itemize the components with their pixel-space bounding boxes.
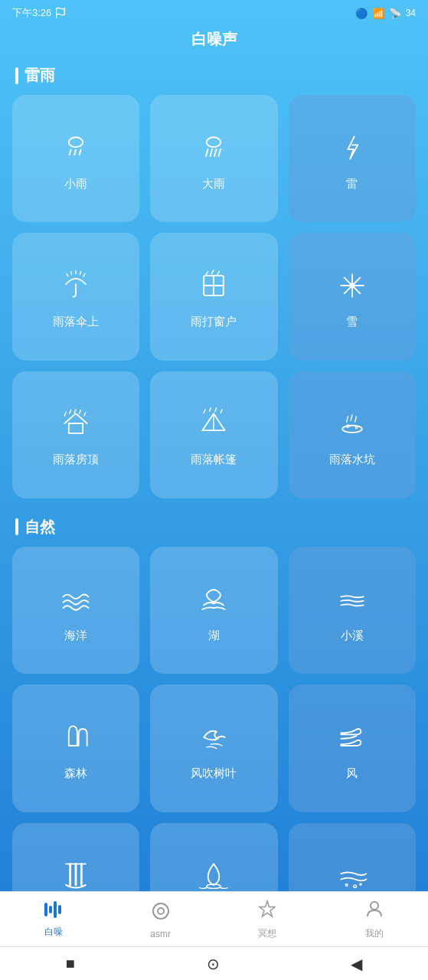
svg-line-7 bbox=[211, 149, 213, 155]
status-icons: 🔵 📶 📡 34 bbox=[355, 8, 416, 19]
svg-point-5 bbox=[207, 137, 221, 147]
svg-line-8 bbox=[214, 149, 217, 155]
thunder-icon bbox=[335, 131, 369, 169]
svg-point-39 bbox=[342, 426, 362, 433]
svg-line-15 bbox=[83, 273, 85, 276]
android-back-btn[interactable]: ◀ bbox=[351, 955, 362, 973]
sound-card-rain-window[interactable]: 雨打窗户 bbox=[150, 233, 277, 360]
nav-label-white-noise: 白噪 bbox=[44, 926, 63, 939]
sound-card-rain-roof[interactable]: 雨落房顶 bbox=[12, 371, 139, 498]
svg-line-38 bbox=[221, 410, 223, 413]
svg-line-19 bbox=[206, 272, 208, 276]
rain-puddle-icon bbox=[335, 407, 369, 445]
sound-card-thunder[interactable]: 雷 bbox=[289, 95, 416, 222]
nav-item-meditation[interactable]: 冥想 bbox=[244, 900, 290, 940]
sound-card-umbrella-rain[interactable]: 雨落伞上 bbox=[12, 233, 139, 360]
sound-label-rain-puddle: 雨落水坑 bbox=[329, 452, 375, 467]
bottom-nav: 白噪 asmr 冥想 我的 bbox=[0, 891, 428, 946]
svg-line-40 bbox=[346, 416, 348, 422]
svg-line-28 bbox=[64, 413, 66, 416]
section-label-thunder: 雷雨 bbox=[25, 65, 55, 86]
svg-line-3 bbox=[74, 149, 76, 154]
svg-line-20 bbox=[212, 270, 214, 274]
time-label: 下午3:26 bbox=[12, 6, 51, 20]
svg-marker-58 bbox=[260, 901, 275, 916]
umbrella-rain-icon bbox=[59, 269, 93, 307]
sound-card-wind-leaves[interactable]: 风吹树叶 bbox=[150, 684, 277, 812]
svg-line-21 bbox=[217, 272, 220, 276]
sound-card-forest[interactable]: 森林 bbox=[12, 684, 139, 812]
circle-dot-icon bbox=[151, 901, 171, 926]
rain-roof-icon bbox=[59, 407, 93, 445]
sound-card-heavy-rain[interactable]: 大雨 bbox=[150, 95, 277, 222]
star-icon bbox=[257, 900, 277, 924]
section-bar bbox=[15, 67, 18, 84]
svg-line-31 bbox=[80, 410, 81, 414]
svg-line-4 bbox=[80, 149, 81, 154]
sound-label-heavy-rain: 大雨 bbox=[202, 177, 225, 191]
sound-card-snow[interactable]: 雪 bbox=[289, 233, 416, 360]
thunder-grid: 小雨 大雨 雷 bbox=[0, 95, 428, 511]
android-nav-bar: ■ ⊙ ◀ bbox=[0, 946, 428, 980]
section-bar-nature bbox=[15, 518, 18, 535]
rain-window-icon bbox=[197, 269, 230, 307]
nav-label-asmr: asmr bbox=[150, 929, 171, 939]
svg-rect-55 bbox=[58, 905, 61, 914]
sound-label-light-rain: 小雨 bbox=[64, 177, 87, 191]
signal-icon: 📶 bbox=[372, 8, 384, 19]
bars-icon bbox=[44, 901, 64, 923]
nav-label-meditation: 冥想 bbox=[258, 927, 276, 940]
wind-icon bbox=[335, 720, 369, 759]
svg-line-2 bbox=[70, 149, 71, 154]
sound-card-lake[interactable]: 湖 bbox=[150, 547, 277, 674]
sound-label-snow: 雪 bbox=[346, 315, 358, 329]
svg-line-36 bbox=[210, 408, 211, 412]
svg-line-30 bbox=[74, 410, 76, 413]
svg-line-42 bbox=[354, 416, 356, 422]
android-square-btn[interactable]: ■ bbox=[66, 955, 75, 972]
rain-tent-icon bbox=[197, 407, 230, 445]
sound-label-wind: 风 bbox=[346, 766, 358, 781]
wind-leaves-icon bbox=[197, 720, 230, 759]
forest-icon bbox=[59, 720, 93, 759]
android-home-btn[interactable]: ⊙ bbox=[207, 955, 220, 973]
svg-point-59 bbox=[371, 902, 378, 910]
person-icon bbox=[364, 900, 384, 924]
bluetooth-icon: 🔵 bbox=[355, 8, 368, 19]
sound-label-wind-leaves: 风吹树叶 bbox=[191, 766, 237, 781]
lake-icon bbox=[197, 583, 230, 621]
svg-line-12 bbox=[71, 272, 72, 275]
sound-label-forest: 森林 bbox=[64, 766, 87, 781]
battery-icon: 34 bbox=[406, 8, 416, 18]
sound-card-rain-puddle[interactable]: 雨落水坑 bbox=[289, 371, 416, 498]
sound-card-ocean[interactable]: 海洋 bbox=[12, 547, 139, 674]
svg-rect-53 bbox=[49, 906, 52, 913]
svg-line-32 bbox=[84, 413, 86, 416]
svg-point-44 bbox=[355, 426, 358, 429]
stream-icon bbox=[335, 583, 369, 621]
sound-card-wind[interactable]: 风 bbox=[289, 684, 416, 812]
wifi-icon: 📡 bbox=[389, 8, 401, 19]
svg-line-11 bbox=[67, 273, 68, 276]
sound-label-thunder: 雷 bbox=[346, 177, 358, 191]
page-title: 白噪声 bbox=[0, 26, 428, 59]
svg-line-35 bbox=[204, 410, 206, 413]
svg-point-50 bbox=[354, 885, 357, 888]
sound-card-rain-tent[interactable]: 雨落帐篷 bbox=[150, 371, 277, 498]
sound-label-rain-roof: 雨落房顶 bbox=[53, 452, 99, 467]
sound-card-stream[interactable]: 小溪 bbox=[289, 547, 416, 674]
section-header-thunder: 雷雨 bbox=[0, 59, 428, 95]
nav-item-white-noise[interactable]: 白噪 bbox=[31, 901, 77, 939]
svg-line-37 bbox=[215, 408, 217, 412]
nav-item-mine[interactable]: 我的 bbox=[351, 900, 397, 940]
sound-card-light-rain[interactable]: 小雨 bbox=[12, 95, 139, 222]
sound-label-umbrella-rain: 雨落伞上 bbox=[53, 315, 99, 329]
svg-point-56 bbox=[153, 903, 168, 919]
nav-label-mine: 我的 bbox=[365, 927, 384, 940]
nav-item-asmr[interactable]: asmr bbox=[138, 901, 184, 939]
svg-point-49 bbox=[345, 884, 348, 887]
svg-line-29 bbox=[70, 410, 71, 414]
section-label-nature: 自然 bbox=[25, 517, 55, 537]
sound-label-ocean: 海洋 bbox=[64, 629, 87, 643]
heavy-rain-icon bbox=[197, 131, 230, 169]
